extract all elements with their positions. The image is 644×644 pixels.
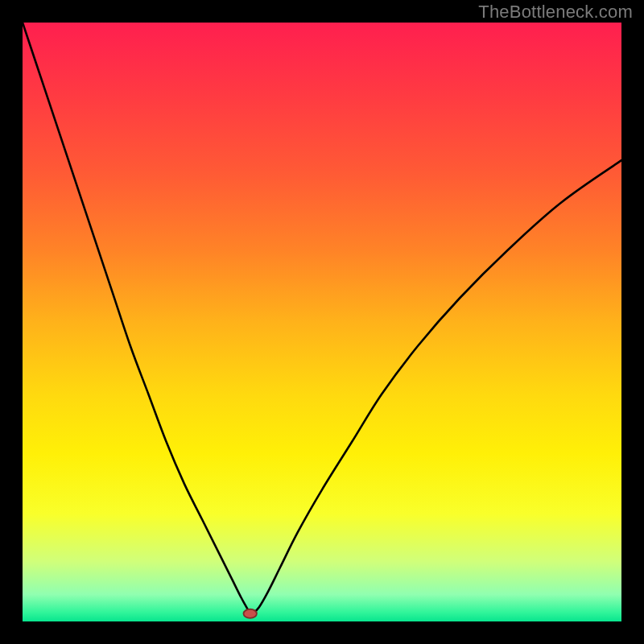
- chart-background: [23, 23, 621, 621]
- watermark-text: TheBottleneck.com: [478, 2, 633, 23]
- minimum-marker: [244, 609, 257, 618]
- chart-frame: TheBottleneck.com: [0, 0, 644, 644]
- bottleneck-chart: [23, 23, 621, 621]
